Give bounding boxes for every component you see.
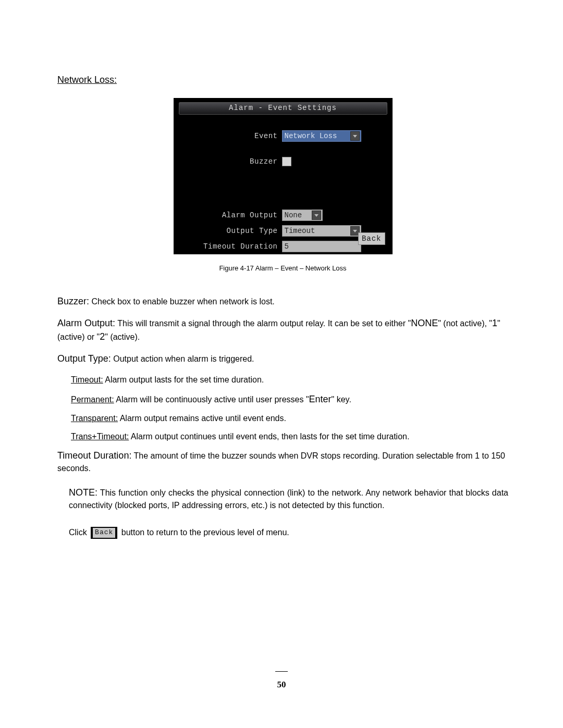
term-note: NOTE: <box>69 487 97 498</box>
inline-back-button[interactable]: Back <box>91 527 117 539</box>
figure-caption: Figure 4-17 Alarm – Event – Network Loss <box>57 264 508 274</box>
option-permanent: Permanent: Alarm will be continuously ac… <box>71 392 508 406</box>
chevron-down-icon[interactable] <box>312 211 321 220</box>
paragraph-alarm-output: Alarm Output: This will transmit a signa… <box>57 316 508 343</box>
option-transparent: Transparent: Alarm output remains active… <box>71 412 508 424</box>
term-buzzer: Buzzer: <box>57 296 89 306</box>
alarm-output-label: Alarm Output <box>179 210 282 220</box>
paragraph-output-type: Output Type: Output action when alarm is… <box>57 352 508 365</box>
option-timeout: Timeout: Alarm output lasts for the set … <box>71 374 508 386</box>
alarm-output-value: None <box>285 210 302 220</box>
option-trans-timeout: Trans+Timeout: Alarm output continues un… <box>71 430 508 442</box>
page-number: 50 <box>0 666 563 692</box>
timeout-duration-input[interactable]: 5 <box>282 241 361 252</box>
event-dropdown-value: Network Loss <box>285 131 337 141</box>
term-alarm-output: Alarm Output: <box>57 318 115 328</box>
output-type-label: Output Type <box>179 226 282 236</box>
section-heading: Network Loss: <box>57 73 508 87</box>
timeout-duration-label: Timeout Duration <box>179 241 282 252</box>
paragraph-click-back: Click Back button to return to the previ… <box>69 526 508 539</box>
event-settings-panel: Alarm - Event Settings Event Network Los… <box>174 98 393 254</box>
paragraph-buzzer: Buzzer: Check box to enable buzzer when … <box>57 294 508 308</box>
back-button[interactable]: Back <box>358 232 385 245</box>
alarm-output-dropdown[interactable]: None <box>282 209 323 221</box>
buzzer-label: Buzzer <box>179 156 282 167</box>
paragraph-note: NOTE: This function only checks the phys… <box>69 486 508 511</box>
panel-title: Alarm - Event Settings <box>179 102 387 115</box>
buzzer-checkbox[interactable] <box>282 157 291 166</box>
output-type-dropdown[interactable]: Timeout <box>282 225 361 237</box>
term-output-type: Output Type: <box>57 353 111 364</box>
output-type-value: Timeout <box>285 226 315 236</box>
inline-back-label: Back <box>93 528 115 538</box>
event-dropdown[interactable]: Network Loss <box>282 130 361 142</box>
timeout-duration-value: 5 <box>285 241 289 252</box>
event-label: Event <box>179 131 282 141</box>
term-timeout-duration: Timeout Duration: <box>57 450 131 461</box>
chevron-down-icon[interactable] <box>350 131 360 141</box>
paragraph-timeout-duration: Timeout Duration: The amount of time the… <box>57 449 508 474</box>
